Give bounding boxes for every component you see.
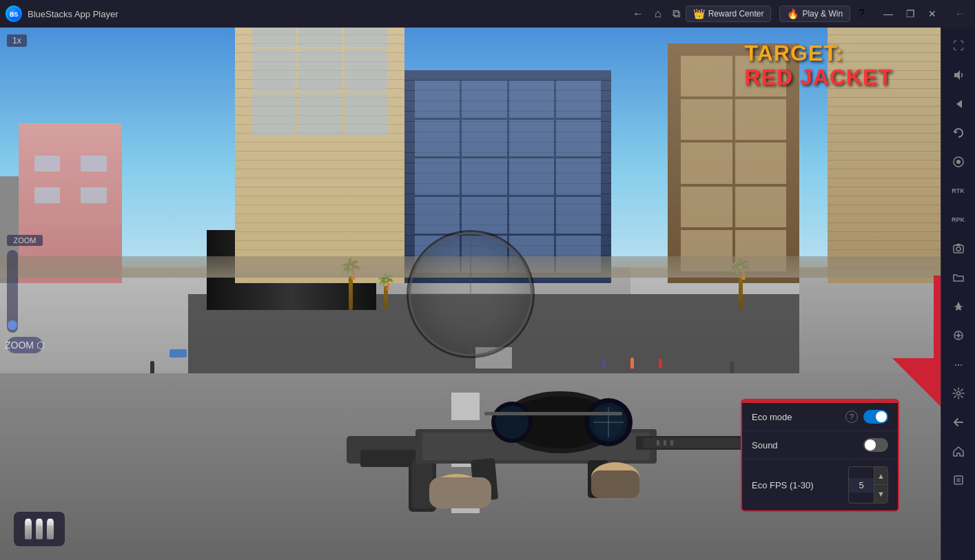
window-controls: — ❐ ✕ ← [879, 4, 969, 23]
building-center-tall [235, 28, 404, 283]
svg-rect-30 [934, 276, 941, 358]
tabs-nav-icon[interactable]: ⧉ [673, 8, 680, 20]
zoom-text: ZOOM [5, 340, 34, 351]
zoom-button[interactable]: ZOOM ⬡ [7, 337, 43, 353]
restore-button[interactable]: ❐ [901, 4, 920, 23]
reward-center-button[interactable]: 👑 Reward Center [686, 6, 772, 22]
svg-rect-5 [412, 460, 433, 508]
more-sidebar-icon[interactable]: ··· [945, 351, 972, 377]
right-sidebar: ⛶ RTK RPK [941, 28, 975, 560]
close-button[interactable]: ✕ [923, 4, 942, 23]
back2-sidebar-icon[interactable] [945, 409, 972, 435]
svg-point-44 [956, 392, 960, 395]
svg-rect-25 [670, 440, 673, 446]
rotate-sidebar-icon[interactable] [945, 120, 972, 146]
pedestrian-1 [150, 361, 154, 373]
svg-rect-46 [956, 478, 961, 482]
nav-controls: ← ⌂ ⧉ [633, 8, 680, 20]
ammo-bullet-3 [47, 519, 54, 539]
svg-marker-33 [956, 100, 962, 108]
location-sidebar-icon[interactable] [945, 322, 972, 349]
sound-toggle[interactable] [863, 438, 888, 452]
sound-row: Sound [742, 431, 898, 459]
back-nav-icon[interactable]: ← [633, 8, 644, 20]
airplane-sidebar-icon[interactable] [945, 293, 972, 320]
play-win-button[interactable]: 🔥 Play & Win [779, 6, 850, 22]
settings-sidebar-icon[interactable] [945, 380, 972, 406]
stepper-up-button[interactable]: ▲ [874, 467, 887, 485]
vehicle [170, 349, 187, 357]
svg-marker-32 [954, 70, 960, 80]
main-content: 🌴 🌴 🌴 [0, 28, 975, 560]
zoom-control: ZOOM ZOOM ⬡ [7, 235, 43, 353]
svg-rect-24 [664, 440, 666, 446]
arrow-back-button[interactable]: ← [950, 4, 969, 23]
svg-marker-31 [892, 358, 941, 420]
svg-rect-29 [591, 470, 639, 498]
sound-label: Sound [752, 440, 863, 450]
home-nav-icon[interactable]: ⌂ [655, 8, 661, 20]
fire-icon: 🔥 [787, 8, 799, 19]
svg-point-36 [956, 160, 961, 164]
home2-sidebar-icon[interactable] [945, 438, 972, 464]
minimize-button[interactable]: — [879, 4, 898, 23]
volume-icon[interactable] [945, 62, 972, 88]
multiplier-badge: 1x [7, 34, 27, 47]
eco-fps-value: 5 [849, 478, 874, 492]
reward-area: 👑 Reward Center 🔥 Play & Win ? [686, 6, 865, 22]
game-title: TARGET: RED JACKET [745, 41, 892, 90]
app-title: BlueStacks App Player [28, 9, 627, 19]
eco-mode-help-icon[interactable]: ? [845, 411, 858, 423]
eco-panel: Eco mode ? Sound Eco FPS (1-30) 5 [741, 399, 899, 512]
zoom-label: ZOOM [7, 235, 43, 246]
eco-mode-row: Eco mode ? [742, 403, 898, 431]
eco-mode-toggle[interactable] [863, 410, 888, 424]
ammo-bullet-2 [36, 519, 43, 539]
stepper-down-button[interactable]: ▼ [874, 485, 887, 503]
rtk-sidebar-icon[interactable]: RTK [945, 178, 972, 204]
sound-toggle-knob [865, 439, 876, 450]
svg-point-18 [495, 406, 528, 439]
svg-rect-39 [956, 244, 961, 246]
ammo-counter [14, 512, 65, 546]
eco-fps-label: Eco FPS (1-30) [752, 480, 848, 490]
eco-mode-label: Eco mode [752, 412, 845, 422]
help-icon[interactable]: ? [859, 8, 865, 20]
fullscreen-icon[interactable]: ⛶ [945, 33, 972, 59]
scope-overlay [409, 232, 533, 356]
stepper-buttons: ▲ ▼ [874, 467, 887, 503]
screenshot-sidebar-icon[interactable] [945, 236, 972, 262]
zoom-bar[interactable] [7, 250, 18, 333]
title-bar: BS BlueStacks App Player ← ⌂ ⧉ 👑 Reward … [0, 0, 975, 28]
eco-fps-row: Eco FPS (1-30) 5 ▲ ▼ [742, 459, 898, 510]
weapon-overlay [347, 298, 760, 560]
eco-mode-toggle-knob [876, 411, 887, 422]
svg-rect-19 [484, 412, 622, 415]
zoom-indicator [8, 320, 17, 330]
ammo-bullet-1 [25, 519, 32, 539]
svg-text:BS: BS [10, 11, 19, 18]
recent-sidebar-icon[interactable] [945, 467, 972, 493]
svg-rect-37 [954, 245, 963, 253]
zoom-arrow-icon: ⬡ [37, 340, 45, 351]
rpk-sidebar-icon[interactable]: RPK [945, 207, 972, 233]
svg-rect-28 [429, 477, 491, 508]
app-logo: BS [6, 6, 22, 22]
game-viewport[interactable]: 🌴 🌴 🌴 [0, 28, 941, 560]
svg-point-38 [956, 247, 961, 251]
back-nav-sidebar-icon[interactable] [945, 91, 972, 117]
svg-rect-23 [657, 440, 659, 446]
folder-sidebar-icon[interactable] [945, 265, 972, 291]
eco-fps-stepper[interactable]: 5 ▲ ▼ [848, 466, 888, 504]
crown-icon: 👑 [693, 8, 705, 19]
record-sidebar-icon[interactable] [945, 149, 972, 175]
